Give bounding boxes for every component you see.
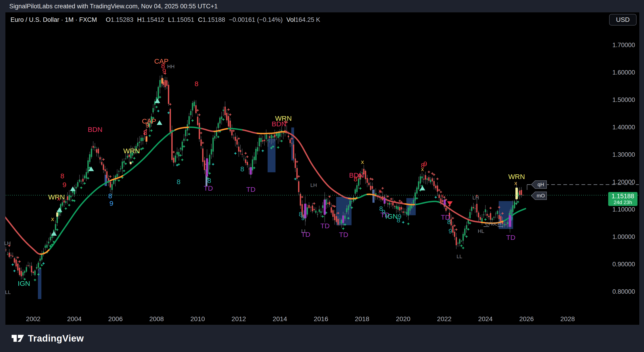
time-tick: 2016	[314, 315, 328, 323]
price-tick: 1.10000	[612, 206, 640, 213]
time-tick: 2026	[519, 315, 534, 323]
ohlc-label: O	[106, 16, 111, 23]
price-tick: 0.80000	[612, 288, 640, 295]
time-tick: 2014	[273, 315, 287, 323]
price-tick: 1.00000	[612, 233, 640, 241]
price-tick: 1.50000	[612, 96, 640, 104]
attribution-text: SignalPilotLabs created with TradingView…	[9, 3, 218, 10]
tradingview-logo-icon	[12, 333, 25, 344]
ohlc-value: 1.15051	[172, 16, 194, 23]
bar-countdown: 24d 23h	[614, 200, 632, 205]
time-tick: 2002	[26, 315, 40, 323]
ohlc-value: 1.15412	[142, 16, 164, 23]
tradingview-snapshot-page: SignalPilotLabs created with TradingView…	[0, 0, 644, 352]
currency-toggle-button[interactable]: USD	[609, 14, 636, 25]
price-tick: 1.20000	[612, 178, 640, 186]
volume-label: Vol	[286, 16, 295, 23]
ohlc-value: 1.15283	[111, 16, 134, 23]
time-tick: 2008	[149, 315, 164, 323]
footer-branding: TradingView	[12, 333, 84, 344]
tradingview-wordmark: TradingView	[28, 333, 84, 344]
change-value: −0.00161 (−0.14%)	[229, 16, 283, 23]
time-tick: 2024	[478, 315, 493, 323]
last-price-badge: 1.15188 24d 23h	[608, 192, 638, 206]
ohlc-label: L	[168, 16, 172, 23]
attribution-bar: SignalPilotLabs created with TradingView…	[0, 0, 644, 12]
ohlc-label: C	[198, 16, 202, 23]
volume-value: 164.25 K	[295, 16, 320, 23]
time-tick: 2028	[560, 315, 575, 323]
time-tick: 2020	[396, 315, 410, 323]
ohlc-value: 1.15188	[202, 16, 225, 23]
last-price-value: 1.15188	[612, 193, 634, 199]
price-tick: 1.30000	[612, 151, 640, 158]
time-tick: 2022	[437, 315, 452, 323]
price-tick: 1.40000	[612, 124, 640, 131]
time-tick: 2012	[232, 315, 246, 323]
time-tick: 2006	[108, 315, 122, 323]
symbol-title[interactable]: Euro / U.S. Dollar · 1M · FXCM	[10, 16, 97, 23]
ohlc-label: H	[137, 16, 142, 23]
time-tick: 2004	[67, 315, 82, 323]
price-tick: 1.70000	[612, 41, 640, 49]
chart-panel[interactable]	[5, 12, 640, 325]
ohlc-values: O1.15283H1.15412L1.15051C1.15188	[102, 16, 225, 23]
price-tick: 1.60000	[612, 69, 640, 76]
symbol-info-row: Euro / U.S. Dollar · 1M · FXCMO1.15283H1…	[10, 16, 320, 23]
time-tick: 2018	[355, 315, 369, 323]
price-tick: 0.90000	[612, 261, 640, 268]
time-tick: 2010	[190, 315, 205, 323]
